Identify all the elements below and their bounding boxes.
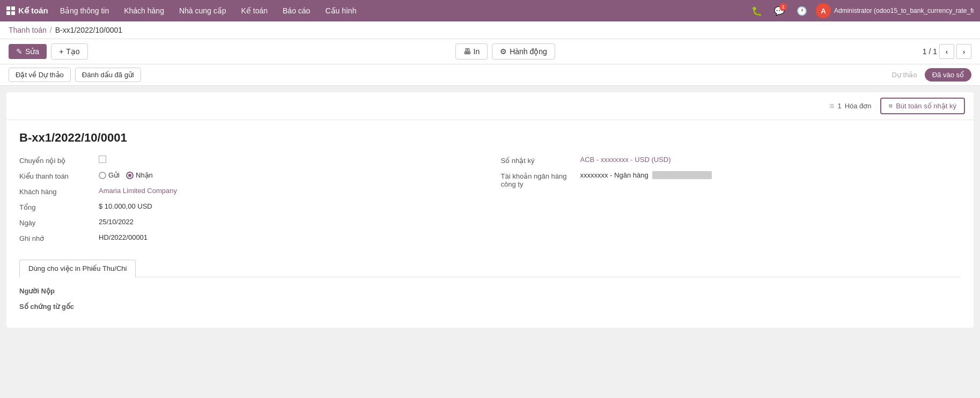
nav-item-customers[interactable]: Khách hàng bbox=[116, 0, 172, 21]
content-area: ≡ 1 Hóa đơn ≡ Bút toán số nhật ký B-xx1/… bbox=[0, 86, 980, 341]
row-ngay: Ngày 25/10/2022 bbox=[19, 218, 480, 227]
breadcrumb-parent[interactable]: Thanh toán bbox=[9, 26, 47, 34]
form-right: Số nhật ký ACB - xxxxxxxx - USD (USD) Tà… bbox=[501, 156, 961, 249]
breadcrumb-separator: / bbox=[50, 26, 52, 34]
khach-hang-label: Khách hàng bbox=[19, 187, 94, 196]
breadcrumb: Thanh toán / B-xx1/2022/10/0001 bbox=[0, 21, 980, 39]
radio-gui[interactable]: Gửi bbox=[99, 171, 120, 179]
status-draft[interactable]: Dự thảo bbox=[885, 68, 925, 82]
form-title: B-xx1/2022/10/0001 bbox=[19, 131, 961, 145]
ngay-value: 25/10/2022 bbox=[99, 218, 480, 226]
avatar: A bbox=[816, 3, 831, 18]
breadcrumb-current: B-xx1/2022/10/0001 bbox=[55, 26, 122, 34]
form-body: B-xx1/2022/10/0001 Chuyển nội bộ Kiểu th… bbox=[6, 120, 974, 260]
nguoi-nop-label: Người Nộp bbox=[19, 286, 94, 295]
radio-nhan[interactable]: Nhận bbox=[126, 171, 153, 179]
status-posted[interactable]: Đã vào sổ bbox=[925, 68, 971, 82]
chuyen-noi-bo-label: Chuyển nội bộ bbox=[19, 156, 94, 165]
radio-nhan-outer bbox=[126, 172, 134, 179]
grid-icon bbox=[6, 6, 15, 15]
nav-item-accounting[interactable]: Kế toán bbox=[234, 0, 275, 21]
tong-value: $ 10.000,00 USD bbox=[99, 202, 480, 210]
tong-label: Tổng bbox=[19, 202, 94, 211]
kieu-thanh-toan-radios: Gửi Nhận bbox=[99, 171, 480, 179]
stat-row: ≡ 1 Hóa đơn ≡ Bút toán số nhật ký bbox=[6, 92, 974, 120]
chat-badge: 1 bbox=[779, 3, 787, 11]
plus-icon: + bbox=[59, 47, 63, 56]
status-badges: Dự thảo Đã vào sổ bbox=[885, 68, 971, 82]
form-left: Chuyển nội bộ Kiểu thanh toán Gửi bbox=[19, 156, 480, 249]
form-grid: Chuyển nội bộ Kiểu thanh toán Gửi bbox=[19, 156, 961, 249]
row-chuyen-noi-bo: Chuyển nội bộ bbox=[19, 156, 480, 165]
nav-item-suppliers[interactable]: Nhà cung cấp bbox=[172, 0, 234, 21]
row-kieu-thanh-toan: Kiểu thanh toán Gửi Nhận bbox=[19, 171, 480, 180]
nav-item-reports[interactable]: Báo cáo bbox=[275, 0, 318, 21]
invoice-count: 1 bbox=[837, 102, 841, 110]
mark-sent-button[interactable]: Đánh dấu đã gửi bbox=[75, 68, 141, 82]
prev-button[interactable]: ‹ bbox=[939, 44, 954, 59]
set-draft-button[interactable]: Đặt về Dự thảo bbox=[9, 68, 71, 82]
row-tong: Tổng $ 10.000,00 USD bbox=[19, 202, 480, 211]
tabs-list: Dùng cho việc in Phiếu Thu/Chi bbox=[19, 260, 961, 277]
edit-button[interactable]: ✎ Đặt về Dự thảo Sửa bbox=[9, 44, 47, 59]
invoice-stat: ≡ 1 Hóa đơn bbox=[829, 101, 872, 111]
user-name: Administrator (odoo15_to_bank_currency_r… bbox=[834, 7, 974, 14]
journal-menu-icon: ≡ bbox=[889, 102, 893, 110]
top-navigation: Kế toán Bảng thông tin Khách hàng Nhà cu… bbox=[0, 0, 980, 21]
nav-item-config[interactable]: Cấu hình bbox=[318, 0, 364, 21]
radio-nhan-label: Nhận bbox=[136, 171, 153, 179]
so-nhat-ky-label: Số nhật ký bbox=[501, 156, 576, 165]
action-button[interactable]: ⚙ Hành động bbox=[492, 43, 555, 60]
so-chung-tu-goc-label: Số chứng từ gốc bbox=[19, 301, 94, 311]
main-card: ≡ 1 Hóa đơn ≡ Bút toán số nhật ký B-xx1/… bbox=[6, 92, 974, 328]
pagination-text: 1 / 1 bbox=[923, 47, 937, 56]
tai-khoan-nh-label: Tài khoản ngân hàng công ty bbox=[501, 171, 576, 188]
ngay-label: Ngày bbox=[19, 218, 94, 227]
tab-phieu-thu-chi[interactable]: Dùng cho việc in Phiếu Thu/Chi bbox=[19, 260, 136, 277]
masked-bank-text: ████████████ bbox=[652, 171, 712, 179]
nav-right-icons: 🐛 💬 1 🕐 A Administrator (odoo15_to_bank_… bbox=[748, 2, 974, 19]
invoice-label: Hóa đơn bbox=[845, 102, 872, 110]
row-tai-khoan-nh: Tài khoản ngân hàng công ty xxxxxxxx - N… bbox=[501, 171, 961, 188]
pagination: 1 / 1 ‹ › bbox=[923, 44, 971, 59]
journal-entries-button[interactable]: ≡ Bút toán số nhật ký bbox=[880, 98, 965, 114]
app-logo[interactable]: Kế toán bbox=[6, 6, 48, 16]
next-button[interactable]: › bbox=[956, 44, 971, 59]
tabs-section: Dùng cho việc in Phiếu Thu/Chi Người Nộp… bbox=[6, 260, 974, 328]
radio-gui-outer bbox=[99, 172, 106, 179]
create-button[interactable]: + Tạo bbox=[51, 43, 88, 60]
tai-khoan-nh-value: xxxxxxxx - Ngân hàng ████████████ bbox=[580, 171, 961, 179]
gear-icon: ⚙ bbox=[500, 47, 507, 56]
nav-clock-icon[interactable]: 🕐 bbox=[793, 2, 810, 19]
row-so-nhat-ky: Số nhật ký ACB - xxxxxxxx - USD (USD) bbox=[501, 156, 961, 165]
print-button[interactable]: 🖶 In bbox=[455, 43, 488, 60]
ghi-nho-value: HD/2022/00001 bbox=[99, 233, 480, 241]
row-so-chung-tu-goc: Số chứng từ gốc bbox=[19, 301, 961, 311]
nav-bug-icon[interactable]: 🐛 bbox=[748, 2, 765, 19]
invoice-menu-icon[interactable]: ≡ bbox=[829, 101, 834, 111]
so-nhat-ky-value[interactable]: ACB - xxxxxxxx - USD (USD) bbox=[580, 156, 961, 164]
chuyen-noi-bo-checkbox[interactable] bbox=[99, 156, 106, 163]
toolbar: ✎ Đặt về Dự thảo Sửa + Tạo 🖶 In ⚙ Hành đ… bbox=[0, 39, 980, 64]
radio-gui-label: Gửi bbox=[108, 171, 120, 179]
nav-chat-icon[interactable]: 💬 1 bbox=[771, 2, 788, 19]
app-name: Kế toán bbox=[18, 6, 48, 16]
kieu-thanh-toan-label: Kiểu thanh toán bbox=[19, 171, 94, 180]
edit-icon: ✎ bbox=[16, 47, 23, 56]
ghi-nho-label: Ghi nhớ bbox=[19, 233, 94, 242]
row-khach-hang: Khách hàng Amaria Limited Company bbox=[19, 187, 480, 196]
radio-nhan-inner bbox=[128, 174, 131, 177]
nav-user-menu[interactable]: A Administrator (odoo15_to_bank_currency… bbox=[816, 3, 974, 18]
khach-hang-value[interactable]: Amaria Limited Company bbox=[99, 187, 480, 195]
nav-item-dashboard[interactable]: Bảng thông tin bbox=[53, 0, 117, 21]
row-nguoi-nop: Người Nộp bbox=[19, 286, 961, 295]
status-bar: Đặt về Dự thảo Đánh dấu đã gửi Dự thảo Đ… bbox=[0, 64, 980, 86]
print-icon: 🖶 bbox=[463, 47, 471, 56]
row-ghi-nho: Ghi nhớ HD/2022/00001 bbox=[19, 233, 480, 242]
